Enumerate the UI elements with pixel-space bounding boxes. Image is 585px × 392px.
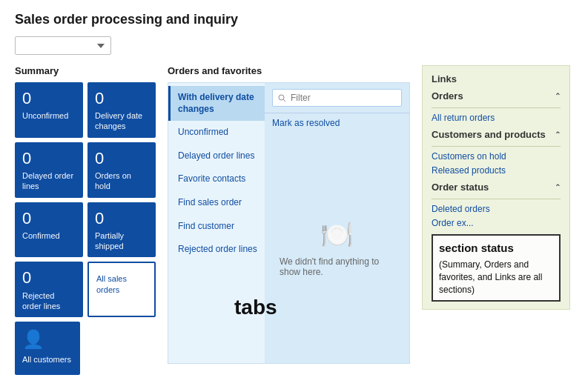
links-group-orders: Orders ⌃ All return orders (432, 90, 561, 123)
tab-delayed-lines[interactable]: Delayed order lines (168, 144, 265, 168)
tile-label-delayed: Delayed order lines (22, 170, 76, 192)
summary-section: Summary 0 Unconfirmed 0 Delivery date ch… (15, 65, 156, 375)
link-order-ex[interactable]: Order ex... (432, 218, 561, 228)
tile-confirmed[interactable]: 0 Confirmed (15, 202, 83, 258)
main-dropdown[interactable] (15, 36, 111, 55)
tile-rejected[interactable]: 0 Rejected order lines (15, 262, 83, 317)
empty-state: 🍽️ We didn't find anything to show here. (265, 133, 409, 363)
divider-status (432, 199, 561, 199)
tile-label-delivery: Delivery date changes (95, 110, 148, 132)
tile-label-unconfirmed: Unconfirmed (22, 110, 76, 121)
links-group-order-status: Order status ⌃ Deleted orders Order ex..… (432, 182, 561, 228)
tab-rejected-lines[interactable]: Rejected order lines (168, 238, 265, 262)
tabs-annotation-label: tabs (234, 296, 277, 319)
tab-favorite-contacts[interactable]: Favorite contacts (168, 167, 265, 191)
chevron-up-icon-customers: ⌃ (555, 130, 561, 139)
tile-delayed[interactable]: 0 Delayed order lines (15, 142, 83, 198)
tile-count-delayed: 0 (22, 150, 76, 167)
link-deleted-orders[interactable]: Deleted orders (432, 204, 561, 214)
link-released-products[interactable]: Released products (432, 165, 561, 176)
empty-state-message: We didn't find anything to show here. (280, 256, 394, 277)
links-group-status-header[interactable]: Order status ⌃ (432, 182, 561, 196)
tile-partially-shipped[interactable]: 0 Partially shipped (87, 202, 156, 258)
orders-heading: Orders and favorites (168, 65, 410, 76)
sections-row: Summary 0 Unconfirmed 0 Delivery date ch… (15, 65, 570, 375)
section-annotation: section status (Summary, Orders and favo… (432, 234, 561, 302)
filter-input[interactable] (272, 89, 402, 107)
orders-section: Orders and favorites With delivery date … (168, 65, 410, 364)
orders-tabs: With delivery date changes Unconfirmed D… (168, 83, 265, 363)
tab-delivery-date-changes[interactable]: With delivery date changes (168, 86, 265, 121)
tile-delivery-changes[interactable]: 0 Delivery date changes (87, 82, 156, 138)
links-group-orders-label: Orders (432, 90, 463, 102)
tab-find-sales-order[interactable]: Find sales order (168, 191, 265, 215)
chevron-up-icon-status: ⌃ (555, 183, 561, 191)
link-all-return-orders[interactable]: All return orders (432, 113, 561, 123)
chevron-up-icon-orders: ⌃ (555, 92, 561, 100)
tile-unconfirmed[interactable]: 0 Unconfirmed (15, 82, 83, 138)
tab-unconfirmed[interactable]: Unconfirmed (168, 121, 265, 144)
tab-find-customer[interactable]: Find customer (168, 215, 265, 239)
orders-content-header (265, 83, 409, 113)
tile-label-confirmed: Confirmed (22, 230, 76, 241)
tiles-grid: 0 Unconfirmed 0 Delivery date changes 0 … (15, 82, 156, 317)
section-annotation-body: (Summary, Orders and favorites, and Link… (439, 259, 553, 296)
tile-count-rejected: 0 (22, 269, 76, 287)
links-group-customers-header[interactable]: Customers and products ⌃ (432, 129, 561, 143)
page-container: Sales order processing and inquiry Summa… (0, 0, 585, 387)
tile-count-delivery: 0 (95, 90, 148, 107)
tile-count-partial: 0 (95, 210, 148, 227)
tile-label-customers: All customers (22, 354, 73, 365)
section-annotation-title: section status (439, 240, 553, 256)
tile-count-hold: 0 (95, 150, 148, 167)
tile-all-customers[interactable]: 👤 All customers (15, 322, 80, 375)
links-group-orders-header[interactable]: Orders ⌃ (432, 90, 561, 104)
divider-customers (432, 146, 561, 147)
tile-label-rejected: Rejected order lines (22, 290, 76, 312)
tile-all-sales[interactable]: All sales orders (87, 262, 156, 317)
orders-inner-wrap: With delivery date changes Unconfirmed D… (168, 82, 410, 364)
links-group-status-label: Order status (432, 182, 489, 193)
links-group-customers-label: Customers and products (432, 129, 546, 140)
tile-label-hold: Orders on hold (95, 170, 148, 192)
empty-state-icon: 🍽️ (320, 219, 354, 250)
links-group-customers: Customers and products ⌃ Customers on ho… (432, 129, 561, 176)
tile-label-all-sales: All sales orders (96, 273, 147, 295)
tile-count-unconfirmed: 0 (22, 90, 76, 107)
links-heading: Links (432, 73, 561, 84)
tile-label-partial: Partially shipped (95, 230, 148, 252)
tabs-annotation: tabs (234, 296, 277, 319)
page-title: Sales order processing and inquiry (15, 12, 570, 27)
link-customers-on-hold[interactable]: Customers on hold (432, 151, 561, 162)
orders-inner: With delivery date changes Unconfirmed D… (168, 82, 410, 364)
links-section: Links Orders ⌃ All return orders Custome… (422, 65, 570, 310)
mark-resolved-button[interactable]: Mark as resolved (265, 113, 409, 133)
tile-count-confirmed: 0 (22, 210, 76, 227)
tile-on-hold[interactable]: 0 Orders on hold (87, 142, 156, 198)
customers-icon: 👤 (22, 329, 73, 350)
divider-orders (432, 107, 561, 108)
orders-content: Mark as resolved 🍽️ We didn't find anyth… (265, 83, 409, 363)
summary-heading: Summary (15, 65, 156, 76)
